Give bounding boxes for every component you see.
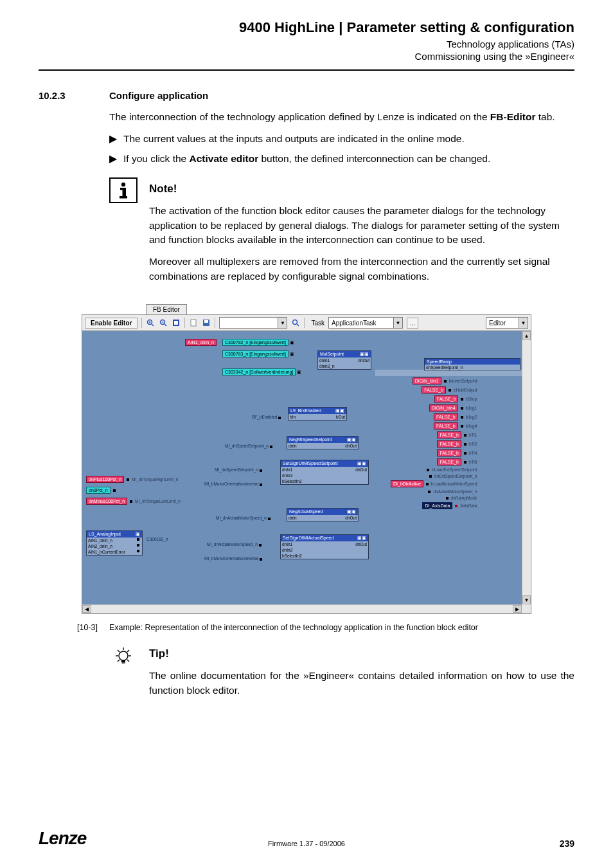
zoom-fit-icon[interactable] <box>172 318 181 327</box>
fb-editor-toolbar: Enable Editor ▼ Task ▼ ... <box>82 314 531 331</box>
scroll-left-icon[interactable]: ◀ <box>82 605 91 613</box>
svg-rect-2 <box>123 188 127 196</box>
fb-analoginput[interactable]: LS_AnalogInput▣ AIN1_dnIn_n AIN2_dnIn_n … <box>86 530 143 556</box>
pin-actual-speed2: MI_dnActualMotorSpeed_n <box>207 542 258 547</box>
dropdown-icon[interactable]: ▼ <box>278 318 287 328</box>
svg-point-16 <box>293 320 298 325</box>
svg-point-18 <box>119 651 128 660</box>
fb-brenabled[interactable]: L9_BrxEnabled▣▣ bInbOut <box>288 407 347 420</box>
intro-p1b: FB-Editor <box>490 111 536 122</box>
tag-false[interactable]: FALSE_b <box>437 431 461 439</box>
pin-speed-setpoint2: MI_dnSpeedSetpoint_n <box>215 467 258 472</box>
tag-false[interactable]: FALSE_b <box>434 422 458 429</box>
tag-digin4[interactable]: DIGIN_bIn4 <box>429 404 458 411</box>
zoom-out-icon[interactable] <box>159 318 168 327</box>
section-number: 10.2.3 <box>39 90 109 101</box>
note-p2: Moreover all multiplexers are removed fr… <box>149 255 574 284</box>
caption-number: [10-3] <box>77 623 109 632</box>
pin-motor-orient2: MI_bMotorOrientationInverse <box>204 556 258 561</box>
tip-text: The online documentation for the »Engine… <box>149 669 574 698</box>
tip-lightbulb-icon <box>109 646 138 698</box>
fb-negspeed[interactable]: NegMISpeedSetpoint▣▣ dnIndnOut <box>287 436 359 449</box>
port-ain1[interactable]: AIN1_dnIn_n <box>185 339 217 346</box>
tag-false[interactable]: FALSE_b <box>437 449 461 457</box>
port-m100[interactable]: dnMinus100Pct_n <box>86 498 127 505</box>
tag-axisdata[interactable]: DI_AxisData <box>422 502 452 509</box>
pin-c300182: C300182_n <box>147 537 168 541</box>
intro-paragraph: The interconnection of the technology ap… <box>109 110 574 124</box>
task-combo[interactable]: ▼ <box>328 317 403 329</box>
zoom-in-icon[interactable] <box>146 318 155 327</box>
fb-negactual[interactable]: NegActualSpeed▣▣ dnIndnOut <box>287 508 359 521</box>
svg-line-25 <box>127 660 129 662</box>
page-number: 239 <box>560 838 574 849</box>
task-value[interactable] <box>329 318 393 328</box>
fb-editor-screenshot: FB Editor Enable Editor ▼ Task ▼ ... <box>82 304 531 614</box>
intro-p1a: The interconnection of the technology ap… <box>109 111 490 122</box>
param-c[interactable]: C303342_n [Sollwertveränderung] <box>222 368 296 375</box>
tag-false[interactable]: FALSE_b <box>434 413 458 420</box>
scroll-down-icon[interactable]: ▼ <box>522 595 531 604</box>
svg-rect-15 <box>204 320 208 323</box>
svg-line-24 <box>118 660 120 662</box>
tag-false[interactable]: FALSE_b <box>434 395 459 402</box>
horizontal-scrollbar[interactable]: ◀ ▶ <box>82 604 522 613</box>
tag-false[interactable]: FALSE_b <box>422 386 446 393</box>
fb-editor-tab[interactable]: FB Editor <box>146 304 187 314</box>
svg-rect-12 <box>174 321 178 325</box>
fb-setsign-speed[interactable]: SetSignOfMISpeedSetpoint▣▣ dnIn1dnOut dn… <box>280 460 369 485</box>
caption-text: Example: Representation of the interconn… <box>109 623 574 632</box>
note-p1: The activation of the function block edi… <box>149 204 574 247</box>
bullet-1-text: The current values at the inputs and out… <box>123 132 574 146</box>
scroll-up-icon[interactable]: ▲ <box>522 331 531 340</box>
svg-line-9 <box>164 324 166 326</box>
brand-logo: Lenze <box>39 828 86 849</box>
header-sub2: Commissioning using the »Engineer« <box>39 51 574 62</box>
search-input[interactable] <box>220 318 278 328</box>
param-a[interactable]: C300782_n [Eingangssollwert] <box>222 339 289 346</box>
header-sub1: Technology applications (TAs) <box>39 39 574 50</box>
fb-speedramp[interactable]: SpeedRamp dnSpeedSetpoint_n <box>424 358 520 371</box>
fb-canvas[interactable]: AIN1_dnIn_n C300782_n [Eingangssollwert]… <box>82 331 522 604</box>
enable-editor-button[interactable]: Enable Editor <box>85 318 138 329</box>
fb-setsign-actual[interactable]: SetSignOfMIActualSpeed▣▣ dnIn1dnOut dnIn… <box>280 534 369 559</box>
tag-diactive[interactable]: DI_bDirActive <box>391 480 423 487</box>
task-label: Task <box>311 320 324 327</box>
header-rule <box>39 69 574 71</box>
svg-line-22 <box>118 650 120 652</box>
pin-speed-setpoint: MI_dnSpeedSetpoint_n <box>225 444 269 448</box>
tag-digin1[interactable]: DIGIN_bIn1 <box>413 377 441 384</box>
dropdown-icon[interactable]: ▼ <box>393 318 402 328</box>
svg-line-23 <box>127 650 129 652</box>
tag-false[interactable]: FALSE_b <box>437 440 461 448</box>
vertical-scrollbar[interactable]: ▲ ▼ <box>522 331 531 604</box>
svg-line-5 <box>152 324 154 326</box>
search-combo[interactable]: ▼ <box>219 317 287 329</box>
intro-p1c: tab. <box>535 111 555 122</box>
new-page-icon[interactable] <box>189 318 198 327</box>
bullet-2-text: If you click the Activate editor button,… <box>123 152 574 166</box>
tag-false[interactable]: FALSE_b <box>437 458 461 466</box>
dropdown-icon[interactable]: ▼ <box>519 318 528 328</box>
scroll-right-icon[interactable]: ▶ <box>513 605 522 613</box>
more-button[interactable]: ... <box>407 318 418 329</box>
svg-rect-13 <box>191 320 196 326</box>
port-p100[interactable]: dnPlus100Pct_n <box>86 476 124 483</box>
save-icon[interactable] <box>202 318 211 327</box>
note-label: Note! <box>149 181 574 197</box>
pin-motor-orient: MI_bMotorOrientationInverse <box>204 482 258 486</box>
svg-point-0 <box>121 183 125 186</box>
bullet-1: ▶ The current values at the inputs and o… <box>109 132 574 146</box>
footer-center: Firmware 1.37 - 09/2006 <box>39 840 574 847</box>
svg-line-17 <box>297 324 299 326</box>
search-icon[interactable] <box>291 318 300 327</box>
param-b[interactable]: C300783_n [Eingangssollwert] <box>222 350 289 357</box>
fb-mulsetpoint[interactable]: MulSetpoint▣▣ dnIn1dnOut dnIn2_n <box>317 350 371 370</box>
editor-combo[interactable]: ▼ <box>486 317 528 329</box>
port-zero[interactable]: dn0Pct_n <box>86 487 111 494</box>
bullet-2: ▶ If you click the Activate editor butto… <box>109 152 574 166</box>
header-title: 9400 HighLine | Parameter setting & conf… <box>39 19 574 36</box>
info-icon <box>109 177 138 203</box>
bullet-arrow-icon: ▶ <box>109 132 123 146</box>
editor-value[interactable] <box>486 318 519 328</box>
